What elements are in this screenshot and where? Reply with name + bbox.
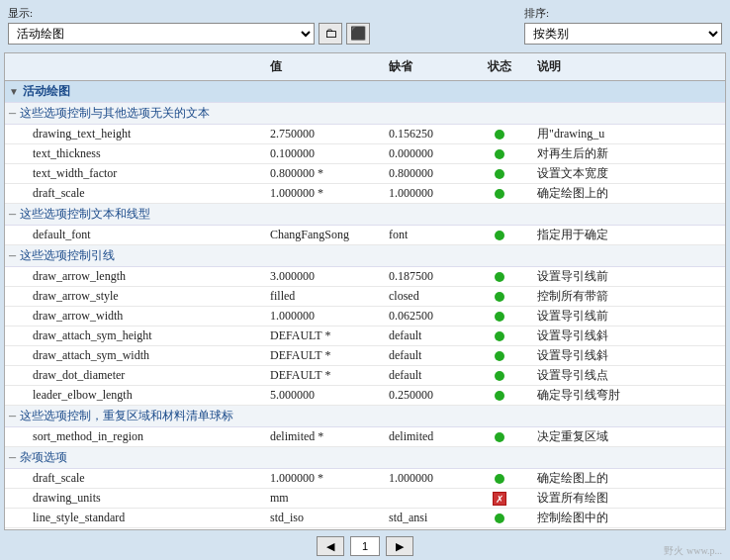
table-row[interactable]: draft_scale 1.000000 * 1.000000 确定绘图上的 bbox=[5, 469, 725, 489]
sort-dropdown[interactable]: 按类别 bbox=[524, 23, 722, 45]
row-desc: 确定绘图上的 bbox=[529, 184, 725, 203]
table-row[interactable]: draw_dot_diameter DEFAULT * default 设置导引… bbox=[5, 366, 725, 386]
table-row[interactable]: sort_method_in_region delimited * delimi… bbox=[5, 427, 725, 447]
row-default: 1.000000 bbox=[381, 185, 470, 202]
table-row[interactable]: drawing_units mm ✗ 设置所有绘图 bbox=[5, 489, 725, 509]
row-default: default bbox=[381, 347, 470, 364]
section-misc[interactable]: ─ 杂项选项 bbox=[5, 447, 725, 469]
toggle-icon: ▼ bbox=[9, 86, 19, 97]
table-row[interactable]: draft_scale 1.000000 * 1.000000 确定绘图上的 bbox=[5, 184, 725, 204]
row-value: filled bbox=[262, 288, 381, 305]
row-value: 1.000000 * bbox=[262, 470, 381, 487]
row-desc: 设置导引线前 bbox=[529, 267, 725, 286]
table-row[interactable]: draw_attach_sym_width DEFAULT * default … bbox=[5, 346, 725, 366]
table-row[interactable]: draw_arrow_length 3.000000 0.187500 设置导引… bbox=[5, 267, 725, 287]
row-default: 1.000000 bbox=[381, 470, 470, 487]
row-default: font bbox=[381, 227, 470, 243]
table-row[interactable]: line_style_standard std_iso std_ansi 控制绘… bbox=[5, 509, 725, 528]
row-default bbox=[381, 498, 470, 500]
section-region[interactable]: ─ 这些选项控制，重复区域和材料清单球标 bbox=[5, 406, 725, 427]
row-default: 0.250000 bbox=[381, 387, 470, 404]
row-status bbox=[470, 168, 529, 180]
status-dot bbox=[495, 312, 504, 322]
row-desc: 设置导引线前 bbox=[529, 307, 725, 326]
page-input[interactable] bbox=[350, 536, 380, 556]
row-desc: 指定用于确定 bbox=[529, 226, 725, 244]
section-active-drawing[interactable]: ▼ 活动绘图 bbox=[5, 81, 725, 103]
status-dot bbox=[495, 331, 504, 341]
status-dot bbox=[495, 169, 504, 179]
table-row[interactable]: node_radius DEFAULT * default 设置显示在符 bbox=[5, 528, 725, 529]
row-value: delimited * bbox=[262, 428, 381, 445]
row-name: draw_attach_sym_width bbox=[5, 347, 262, 364]
import-icon: ⬛ bbox=[350, 26, 366, 42]
row-status bbox=[470, 230, 529, 241]
row-value: 0.800000 * bbox=[262, 165, 381, 182]
row-status bbox=[470, 271, 529, 283]
import-button[interactable]: ⬛ bbox=[346, 23, 370, 45]
status-dot bbox=[495, 149, 504, 159]
bottom-bar: ◀ ▶ bbox=[0, 532, 730, 560]
row-desc: 确定绘图上的 bbox=[529, 469, 725, 488]
table-row[interactable]: draw_attach_sym_height DEFAULT * default… bbox=[5, 327, 725, 346]
row-value: 0.100000 bbox=[262, 145, 381, 162]
toggle-icon-text: ─ bbox=[9, 108, 16, 119]
row-name: text_width_factor bbox=[5, 165, 262, 182]
folder-button[interactable]: 🗀 bbox=[319, 23, 342, 45]
section-text[interactable]: ─ 这些选项控制与其他选项无关的文本 bbox=[5, 103, 725, 125]
row-value: mm bbox=[262, 490, 381, 507]
col-desc-header: 说明 bbox=[529, 56, 725, 77]
row-name: leader_elbow_length bbox=[5, 387, 262, 404]
row-status: ✗ bbox=[470, 491, 529, 507]
row-desc: 用"drawing_u bbox=[529, 125, 725, 143]
status-dot bbox=[495, 292, 504, 302]
row-status bbox=[470, 188, 529, 200]
row-name: draft_scale bbox=[5, 185, 262, 202]
row-status bbox=[470, 129, 529, 140]
row-name: text_thickness bbox=[5, 145, 262, 162]
row-default: closed bbox=[381, 288, 470, 305]
table-row[interactable]: text_thickness 0.100000 0.000000 对再生后的新 bbox=[5, 144, 725, 164]
row-value: DEFAULT * bbox=[262, 347, 381, 364]
main-table: 值 缺省 状态 说明 ▼ 活动绘图 ─ 这些选项控制与其他选项无关的文本 dra… bbox=[4, 52, 726, 530]
row-value: ChangFangSong bbox=[262, 227, 381, 243]
table-row[interactable]: draw_arrow_style filled closed 控制所有带箭 bbox=[5, 287, 725, 307]
row-name: draw_arrow_length bbox=[5, 268, 262, 285]
next-button[interactable]: ▶ bbox=[386, 536, 413, 556]
display-label: 显示: bbox=[8, 6, 370, 21]
row-desc: 设置所有绘图 bbox=[529, 489, 725, 508]
col-status-header: 状态 bbox=[470, 56, 529, 77]
row-name: draw_arrow_style bbox=[5, 288, 262, 305]
status-dot bbox=[495, 513, 504, 523]
row-name: default_font bbox=[5, 227, 262, 243]
row-name: draw_attach_sym_height bbox=[5, 327, 262, 344]
row-value: DEFAULT * bbox=[262, 367, 381, 384]
toggle-icon-region: ─ bbox=[9, 411, 16, 421]
section-misc-label: 杂项选项 bbox=[20, 449, 67, 466]
section-leader[interactable]: ─ 这些选项控制引线 bbox=[5, 245, 725, 267]
section-text-linetype[interactable]: ─ 这些选项控制文本和线型 bbox=[5, 204, 725, 226]
row-desc: 对再生后的新 bbox=[529, 144, 725, 163]
row-status bbox=[470, 291, 529, 303]
folder-icon: 🗀 bbox=[324, 26, 337, 42]
table-row[interactable]: leader_elbow_length 5.000000 0.250000 确定… bbox=[5, 386, 725, 406]
table-row[interactable]: text_width_factor 0.800000 * 0.800000 设置… bbox=[5, 164, 725, 184]
row-value: 3.000000 bbox=[262, 268, 381, 285]
display-dropdown[interactable]: 活动绘图 bbox=[8, 23, 315, 45]
table-body[interactable]: ▼ 活动绘图 ─ 这些选项控制与其他选项无关的文本 drawing_text_h… bbox=[5, 81, 725, 529]
col-name-header bbox=[5, 56, 262, 77]
table-row[interactable]: draw_arrow_width 1.000000 0.062500 设置导引线… bbox=[5, 307, 725, 327]
status-dot bbox=[495, 351, 504, 361]
table-row[interactable]: default_font ChangFangSong font 指定用于确定 bbox=[5, 226, 725, 245]
section-region-label: 这些选项控制，重复区域和材料清单球标 bbox=[20, 408, 233, 424]
row-status bbox=[470, 311, 529, 323]
table-row[interactable]: drawing_text_height 2.750000 0.156250 用"… bbox=[5, 125, 725, 144]
prev-button[interactable]: ◀ bbox=[317, 536, 344, 556]
row-name: sort_method_in_region bbox=[5, 428, 262, 445]
display-group: 显示: 活动绘图 🗀 ⬛ bbox=[8, 6, 370, 45]
col-default-header: 缺省 bbox=[381, 56, 470, 77]
row-desc: 设置显示在符 bbox=[529, 528, 725, 529]
row-name: draw_dot_diameter bbox=[5, 367, 262, 384]
top-bar: 显示: 活动绘图 🗀 ⬛ 排序: 按类别 bbox=[0, 0, 730, 48]
row-desc: 设置导引线斜 bbox=[529, 327, 725, 345]
